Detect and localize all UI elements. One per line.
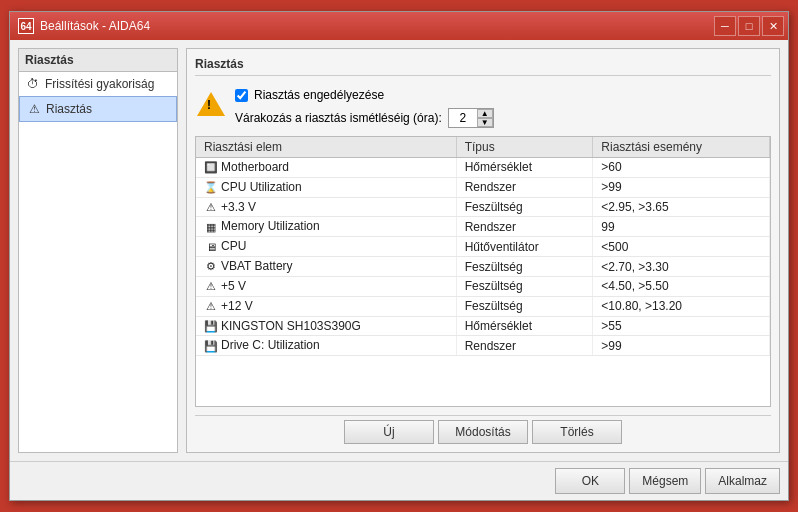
- voltage3-icon: ⚠: [204, 300, 218, 314]
- close-button[interactable]: ✕: [762, 16, 784, 36]
- enable-row: Riasztás engedélyezése: [235, 88, 494, 102]
- wait-label: Várakozás a riasztás ismétléséig (óra):: [235, 111, 442, 125]
- alert-data-table: Riasztási elem Típus Riasztási esemény 🔲…: [196, 137, 770, 356]
- cell-event: <500: [593, 237, 770, 257]
- cell-event: <4.50, >5.50: [593, 276, 770, 296]
- panel-title: Riasztás: [195, 57, 771, 76]
- minimize-button[interactable]: ─: [714, 16, 736, 36]
- table-row[interactable]: 🖥CPUHűtőventilátor<500: [196, 237, 770, 257]
- cell-name: ⚠+3.3 V: [196, 197, 456, 217]
- voltage2-icon: ⚠: [204, 280, 218, 294]
- cell-type: Hőmérséklet: [456, 316, 593, 336]
- enable-label[interactable]: Riasztás engedélyezése: [254, 88, 384, 102]
- cell-name: ▦Memory Utilization: [196, 217, 456, 237]
- app-icon: 64: [18, 18, 34, 34]
- spinner-wrapper: 2 ▲ ▼: [448, 108, 494, 128]
- cell-name: 💾KINGSTON SH103S390G: [196, 316, 456, 336]
- alert-icon: ⚠: [26, 101, 42, 117]
- cell-type: Hőmérséklet: [456, 158, 593, 178]
- spinner-up-button[interactable]: ▲: [477, 109, 493, 118]
- sidebar-header: Riasztás: [19, 49, 177, 72]
- cell-name: ⚠+12 V: [196, 296, 456, 316]
- title-buttons: ─ □ ✕: [714, 16, 784, 36]
- sidebar-item-refresh-label: Frissítési gyakoriság: [45, 77, 154, 91]
- table-row[interactable]: ⚙VBAT BatteryFeszültség<2.70, >3.30: [196, 257, 770, 277]
- col-header-type: Típus: [456, 137, 593, 158]
- cancel-button[interactable]: Mégsem: [629, 468, 701, 494]
- cell-type: Feszültség: [456, 296, 593, 316]
- options-area: Riasztás engedélyezése Várakozás a riasz…: [195, 88, 771, 128]
- maximize-button[interactable]: □: [738, 16, 760, 36]
- col-header-element: Riasztási elem: [196, 137, 456, 158]
- footer-row: OK Mégsem Alkalmaz: [10, 461, 788, 500]
- drive-icon: 💾: [204, 339, 218, 353]
- cell-event: >55: [593, 316, 770, 336]
- warning-icon: [195, 88, 227, 120]
- voltage-icon: ⚠: [204, 200, 218, 214]
- cpu-icon: 🖥: [204, 240, 218, 254]
- apply-button[interactable]: Alkalmaz: [705, 468, 780, 494]
- cell-name: 💾Drive C: Utilization: [196, 336, 456, 356]
- ok-button[interactable]: OK: [555, 468, 625, 494]
- delete-button[interactable]: Törlés: [532, 420, 622, 444]
- title-bar-left: 64 Beállítások - AIDA64: [18, 18, 150, 34]
- table-row[interactable]: ⚠+3.3 VFeszültség<2.95, >3.65: [196, 197, 770, 217]
- cell-event: <10.80, >13.20: [593, 296, 770, 316]
- cell-type: Rendszer: [456, 177, 593, 197]
- cpu-util-icon: ⌛: [204, 181, 218, 195]
- window-title: Beállítások - AIDA64: [40, 19, 150, 33]
- main-window: 64 Beállítások - AIDA64 ─ □ ✕ Riasztás ⏱…: [9, 11, 789, 501]
- cell-type: Rendszer: [456, 336, 593, 356]
- wait-row: Várakozás a riasztás ismétléséig (óra): …: [235, 108, 494, 128]
- sidebar: Riasztás ⏱ Frissítési gyakoriság ⚠ Riasz…: [18, 48, 178, 453]
- cell-name: ⚙VBAT Battery: [196, 257, 456, 277]
- modify-button[interactable]: Módosítás: [438, 420, 528, 444]
- spinner-down-button[interactable]: ▼: [477, 118, 493, 127]
- spinner-buttons: ▲ ▼: [477, 109, 493, 127]
- cell-event: >99: [593, 177, 770, 197]
- alert-table[interactable]: Riasztási elem Típus Riasztási esemény 🔲…: [195, 136, 771, 407]
- table-row[interactable]: 💾Drive C: UtilizationRendszer>99: [196, 336, 770, 356]
- cell-type: Feszültség: [456, 276, 593, 296]
- enable-checkbox[interactable]: [235, 89, 248, 102]
- cell-event: <2.95, >3.65: [593, 197, 770, 217]
- cell-name: ⚠+5 V: [196, 276, 456, 296]
- wait-spinner-input[interactable]: 2: [449, 109, 477, 127]
- sidebar-item-alert-label: Riasztás: [46, 102, 92, 116]
- cell-event: <2.70, >3.30: [593, 257, 770, 277]
- warn-triangle-shape: [197, 92, 225, 116]
- bottom-buttons: Új Módosítás Törlés: [195, 415, 771, 444]
- memory-icon: ▦: [204, 220, 218, 234]
- cell-event: 99: [593, 217, 770, 237]
- sidebar-item-refresh[interactable]: ⏱ Frissítési gyakoriság: [19, 72, 177, 96]
- table-row[interactable]: ⚠+5 VFeszültség<4.50, >5.50: [196, 276, 770, 296]
- window-body: Riasztás ⏱ Frissítési gyakoriság ⚠ Riasz…: [10, 40, 788, 461]
- table-row[interactable]: ⌛CPU UtilizationRendszer>99: [196, 177, 770, 197]
- table-row[interactable]: ▦Memory UtilizationRendszer99: [196, 217, 770, 237]
- cell-name: 🔲Motherboard: [196, 158, 456, 178]
- table-row[interactable]: 🔲MotherboardHőmérséklet>60: [196, 158, 770, 178]
- title-bar: 64 Beállítások - AIDA64 ─ □ ✕: [10, 12, 788, 40]
- cell-type: Feszültség: [456, 257, 593, 277]
- col-header-event: Riasztási esemény: [593, 137, 770, 158]
- cell-name: ⌛CPU Utilization: [196, 177, 456, 197]
- board-icon: 🔲: [204, 161, 218, 175]
- table-row[interactable]: 💾KINGSTON SH103S390GHőmérséklet>55: [196, 316, 770, 336]
- table-row[interactable]: ⚠+12 VFeszültség<10.80, >13.20: [196, 296, 770, 316]
- new-button[interactable]: Új: [344, 420, 434, 444]
- cell-name: 🖥CPU: [196, 237, 456, 257]
- cell-event: >60: [593, 158, 770, 178]
- cell-type: Rendszer: [456, 217, 593, 237]
- battery-icon: ⚙: [204, 260, 218, 274]
- cell-type: Hűtőventilátor: [456, 237, 593, 257]
- main-panel: Riasztás Riasztás engedélyezése Várakozá…: [186, 48, 780, 453]
- cell-event: >99: [593, 336, 770, 356]
- sidebar-item-alert[interactable]: ⚠ Riasztás: [19, 96, 177, 122]
- cell-type: Feszültség: [456, 197, 593, 217]
- hdd-icon: 💾: [204, 319, 218, 333]
- refresh-icon: ⏱: [25, 76, 41, 92]
